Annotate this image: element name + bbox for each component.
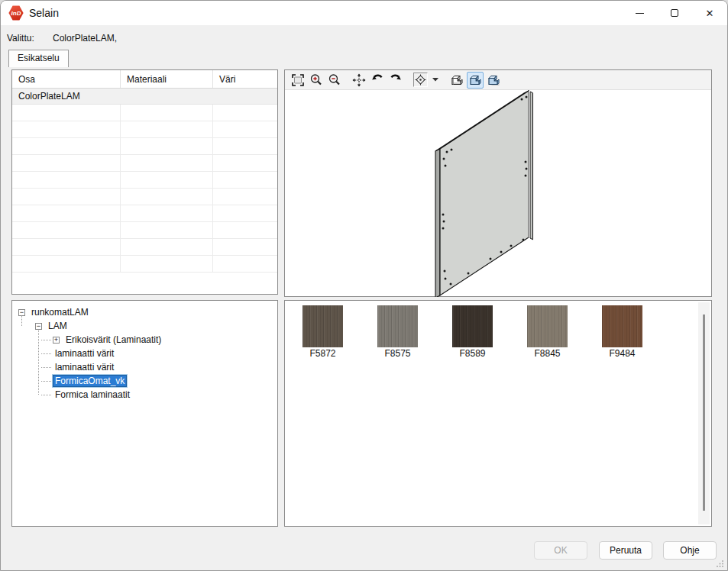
minimize-icon bbox=[636, 13, 644, 14]
selain-window: InD Selain ✕ Valittu: ColorPlateLAM, Esi… bbox=[0, 0, 728, 571]
swatch-label: F5872 bbox=[303, 348, 343, 359]
tree-node-formicaomat-vk[interactable]: FormicaOmat_vk bbox=[41, 374, 277, 388]
tree-connector bbox=[41, 381, 51, 382]
expand-icon[interactable]: + bbox=[53, 337, 60, 344]
swatch-f5872[interactable] bbox=[303, 305, 343, 347]
panel-3d-drawing bbox=[285, 90, 711, 297]
column-header-vari[interactable]: Väri bbox=[213, 70, 277, 88]
tab-esikatselu[interactable]: Esikatselu bbox=[8, 50, 69, 67]
preview-toolbar bbox=[285, 70, 711, 90]
swatch-f8845[interactable] bbox=[527, 305, 568, 347]
swatch-f9484[interactable] bbox=[602, 305, 642, 347]
window-controls: ✕ bbox=[622, 1, 727, 25]
zoom-in-icon bbox=[309, 73, 323, 87]
column-header-osa[interactable]: Osa bbox=[12, 70, 121, 88]
table-row[interactable]: ColorPlateLAM bbox=[12, 89, 277, 105]
swatch-label: F8845 bbox=[527, 348, 568, 359]
tree-node-laminaatti-varit-2[interactable]: laminaatti värit bbox=[41, 360, 277, 374]
tree-connector bbox=[41, 395, 51, 395]
swatch-label: F8575 bbox=[377, 348, 418, 359]
rotate-right-button[interactable] bbox=[387, 72, 404, 89]
swatch-f8575[interactable] bbox=[377, 305, 418, 347]
swatch-label: F8589 bbox=[452, 348, 493, 359]
zoom-window-icon bbox=[291, 73, 305, 87]
tree-node-runkomatlam[interactable]: − runkomatLAM bbox=[18, 305, 277, 319]
swatch-label: F9484 bbox=[602, 348, 642, 359]
materials-tree: − runkomatLAM − LAM + Erikoisvärit (Lami… bbox=[11, 300, 278, 527]
app-icon: InD bbox=[8, 5, 24, 21]
ok-button[interactable]: OK bbox=[534, 541, 587, 560]
zoom-fit-dropdown-button[interactable] bbox=[430, 72, 441, 89]
chevron-down-icon bbox=[432, 78, 438, 82]
close-button[interactable]: ✕ bbox=[692, 1, 727, 25]
tree-node-laminaatti-varit-1[interactable]: laminaatti värit bbox=[41, 347, 277, 360]
zoom-out-button[interactable] bbox=[326, 72, 343, 89]
maximize-icon bbox=[671, 9, 678, 17]
scrollbar-thumb[interactable] bbox=[703, 315, 705, 511]
tree-connector bbox=[41, 367, 51, 368]
parts-table: Osa Materiaali Väri ColorPlateLAM bbox=[11, 69, 278, 295]
table-row bbox=[12, 155, 277, 172]
view-wireframe-button[interactable] bbox=[448, 72, 465, 89]
swatch-f8589[interactable] bbox=[452, 305, 493, 347]
selected-label: Valittu: bbox=[7, 33, 34, 44]
rotate-left-button[interactable] bbox=[369, 72, 386, 89]
view-shaded-icon bbox=[468, 73, 482, 87]
table-row bbox=[12, 256, 277, 273]
zoom-out-icon bbox=[328, 73, 341, 87]
help-button[interactable]: Ohje bbox=[663, 541, 717, 560]
view-shaded-edges-button[interactable] bbox=[485, 72, 502, 89]
tree-node-lam[interactable]: − LAM bbox=[35, 319, 277, 333]
maximize-button[interactable] bbox=[657, 1, 692, 25]
view-shaded-edges-icon bbox=[487, 73, 500, 87]
table-row bbox=[12, 105, 277, 121]
tree-connector bbox=[21, 315, 22, 326]
table-row bbox=[12, 172, 277, 189]
view-wireframe-icon bbox=[450, 73, 464, 87]
column-header-materiaali[interactable]: Materiaali bbox=[121, 70, 213, 88]
minimize-button[interactable] bbox=[622, 1, 657, 25]
swatch-gallery: F5872 F8575 F8589 F8845 F9484 bbox=[284, 300, 712, 527]
rotate-left-icon bbox=[370, 73, 384, 87]
tree-connector bbox=[41, 340, 51, 340]
titlebar: InD Selain ✕ bbox=[1, 1, 727, 25]
zoom-window-button[interactable] bbox=[290, 72, 306, 89]
tree-node-erikoisvarit[interactable]: + Erikoisvärit (Laminaatit) bbox=[41, 333, 277, 347]
table-row bbox=[12, 121, 277, 138]
zoom-fit-icon bbox=[413, 73, 428, 87]
preview-viewport[interactable] bbox=[285, 90, 711, 296]
resize-grip[interactable] bbox=[716, 560, 724, 568]
parts-table-header: Osa Materiaali Väri bbox=[12, 70, 277, 89]
close-icon: ✕ bbox=[706, 8, 714, 18]
pan-icon bbox=[352, 73, 366, 87]
zoom-in-button[interactable] bbox=[308, 72, 325, 89]
table-row bbox=[12, 205, 277, 222]
preview-panel bbox=[284, 69, 712, 297]
table-row bbox=[12, 189, 277, 205]
tree-connector bbox=[41, 353, 51, 354]
pan-button[interactable] bbox=[351, 72, 367, 89]
tree-connector bbox=[38, 329, 39, 395]
table-row bbox=[12, 222, 277, 239]
rotate-right-icon bbox=[389, 73, 403, 87]
cancel-button[interactable]: Peruuta bbox=[599, 541, 652, 560]
scrollbar-track[interactable] bbox=[698, 302, 710, 524]
tree-node-formica-laminaatit[interactable]: Formica laminaatit bbox=[41, 388, 277, 402]
zoom-fit-button[interactable] bbox=[412, 72, 429, 89]
view-shaded-button[interactable] bbox=[467, 72, 484, 89]
table-row bbox=[12, 239, 277, 256]
table-row bbox=[12, 138, 277, 155]
selected-value: ColorPlateLAM, bbox=[53, 33, 117, 44]
window-title: Selain bbox=[29, 1, 59, 25]
